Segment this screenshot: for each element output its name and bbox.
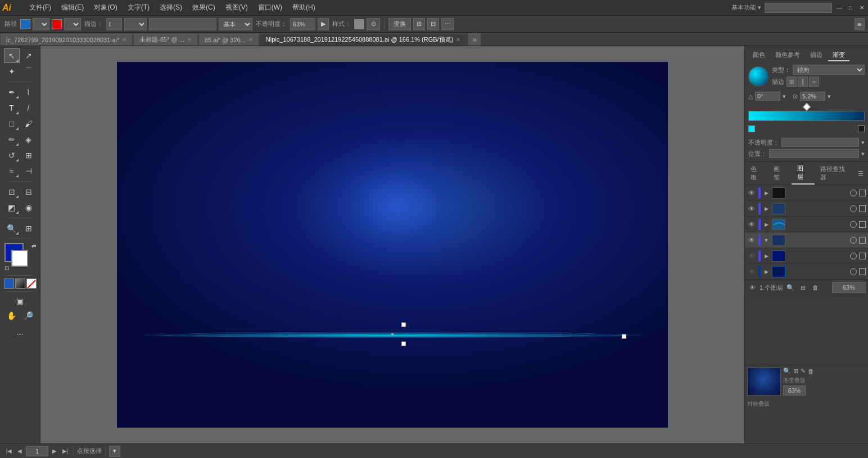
handle-bottom[interactable] [401, 342, 406, 346]
layer-5-square[interactable] [859, 253, 866, 259]
menu-text[interactable]: 文字(T) [123, 2, 154, 14]
layer-4-square[interactable] [859, 237, 866, 244]
artboard-tool[interactable]: ▣ [4, 295, 36, 307]
rectangle-tool[interactable]: □ [4, 116, 20, 131]
gradient-mode-btn[interactable] [15, 279, 25, 289]
select-tool[interactable]: ↖ [4, 48, 20, 63]
layer-4-visibility[interactable]: 👁 [747, 236, 756, 245]
maximize-button[interactable]: □ [847, 4, 855, 12]
layer-2-square[interactable] [859, 205, 866, 212]
rotate-tool[interactable]: ↺ [4, 148, 20, 163]
gradient-bar[interactable] [748, 111, 865, 121]
layer-5-circle[interactable] [850, 253, 857, 259]
lasso-tool[interactable]: ⌒ [21, 64, 37, 79]
search-layers-btn[interactable]: 🔍 [785, 282, 795, 293]
transform-options-button[interactable]: 变换 [388, 18, 411, 30]
layer-row-4[interactable]: 👁 ▼ [745, 232, 868, 248]
layer-3-square[interactable] [859, 221, 866, 228]
layer-4-expand[interactable]: ▼ [763, 237, 770, 244]
search-input[interactable] [765, 3, 832, 13]
stroke-unit-select[interactable] [124, 18, 147, 30]
gradient-tool[interactable]: ◩ [4, 200, 20, 215]
stroke-fill-icon[interactable]: ▥ [786, 77, 797, 87]
angle-dropdown[interactable]: ▾ [783, 93, 786, 100]
stroke-along-icon[interactable]: ║ [798, 77, 808, 87]
handle-right[interactable] [622, 334, 626, 339]
layer-row-2[interactable]: 👁 ▶ [745, 201, 868, 217]
stroke-color-box[interactable] [11, 250, 28, 267]
eraser-tool[interactable]: ◈ [21, 132, 37, 147]
none-mode-btn[interactable] [26, 279, 37, 289]
align-button[interactable]: ⊞ [413, 18, 425, 30]
menu-edit[interactable]: 编辑(E) [57, 2, 88, 14]
paintbrush-tool[interactable]: 🖌 [21, 116, 37, 131]
layer-2-visibility[interactable]: 👁 [747, 204, 756, 213]
close-button[interactable]: ✕ [858, 4, 866, 12]
layer-visibility-toggle[interactable]: 👁 [747, 282, 757, 293]
stroke-width-input[interactable] [106, 18, 122, 30]
page-number-input[interactable] [26, 446, 48, 456]
layer-3-expand[interactable]: ▶ [763, 221, 770, 228]
layer-3-circle[interactable] [850, 221, 857, 228]
layer-2-expand[interactable]: ▶ [763, 205, 770, 212]
magic-wand-tool[interactable]: ✦ [4, 64, 20, 79]
tab-layers[interactable]: 图层 [792, 162, 815, 185]
tab-3[interactable]: 85.ai* @ 326... ✕ [198, 33, 259, 46]
swap-colors-button[interactable]: ⇄ [31, 243, 36, 249]
curvature-tool[interactable]: ⌇ [21, 85, 37, 100]
tab-3-close[interactable]: ✕ [248, 37, 253, 43]
tab-4-close[interactable]: ✕ [456, 37, 460, 43]
panel-toggle-button[interactable]: ≡ [855, 18, 865, 30]
stroke-color-swatch[interactable] [52, 19, 62, 29]
menu-window[interactable]: 窗口(W) [254, 2, 287, 14]
layer-6-expand[interactable]: ▶ [763, 268, 770, 275]
tab-1[interactable]: ic_7262799_20190920103330028031.ai* ✕ [0, 33, 133, 46]
opacity-dropdown-gp[interactable]: ▾ [861, 139, 865, 146]
menu-effect[interactable]: 效果(C) [188, 2, 220, 14]
tab-stroke[interactable]: 描边 [806, 50, 827, 61]
layer-5-expand[interactable]: ▶ [763, 253, 770, 259]
stop-left[interactable] [748, 125, 755, 132]
minimize-button[interactable]: — [835, 4, 843, 12]
tab-2-close[interactable]: ✕ [187, 37, 192, 43]
fill-select[interactable] [33, 18, 49, 30]
stroke-across-icon[interactable]: ═ [809, 77, 819, 87]
fill-color-swatch[interactable] [20, 19, 30, 29]
menu-view[interactable]: 视图(V) [221, 2, 252, 14]
tab-4[interactable]: Nipic_10673188_20191219225450888081.ai @… [260, 33, 467, 46]
gradient-stop-marker[interactable] [802, 103, 810, 111]
layer-6-circle[interactable] [850, 268, 857, 275]
last-page-btn[interactable]: ▶| [61, 447, 70, 456]
handle-top[interactable] [401, 322, 406, 327]
mesh-tool[interactable]: ⊟ [21, 185, 37, 199]
canvas-area[interactable] [40, 46, 744, 443]
ratio-dropdown[interactable]: ▾ [828, 93, 831, 100]
stroke-select[interactable] [64, 18, 81, 30]
warp-tool[interactable]: ≈ [4, 164, 20, 178]
layer-2-circle[interactable] [850, 205, 857, 212]
menu-select[interactable]: 选择(S) [155, 2, 187, 14]
stroke-profile-select[interactable]: 基本 [219, 18, 252, 30]
layer-6-visibility[interactable]: 👁 [747, 267, 756, 276]
tab-color-ref[interactable]: 颜色参考 [771, 50, 804, 61]
position-slider[interactable] [769, 149, 859, 158]
menu-help[interactable]: 帮助(H) [288, 2, 320, 14]
position-dropdown-gp[interactable]: ▾ [861, 150, 865, 158]
edit-toolbar-button[interactable]: ··· [4, 326, 36, 341]
opacity-slider[interactable] [781, 138, 859, 147]
first-page-btn[interactable]: |◀ [4, 447, 13, 456]
tab-swatches[interactable]: 色板 [745, 163, 768, 184]
tab-brushes[interactable]: 画笔 [768, 163, 791, 184]
tab-2[interactable]: 未标题-85* @ ... ✕ [133, 33, 198, 46]
reset-colors-button[interactable]: ⊡ [4, 265, 9, 271]
layers-delete-btn[interactable]: 🗑 [810, 282, 820, 293]
perspective-grid-tool[interactable]: ⊡ [4, 185, 20, 199]
type-tool[interactable]: T [4, 101, 20, 115]
tab-color[interactable]: 颜色 [748, 50, 770, 61]
layer-1-expand[interactable]: ▶ [763, 190, 770, 196]
layer-row-1[interactable]: 👁 ▶ [745, 185, 868, 201]
layer-4-circle[interactable] [850, 237, 857, 244]
line-tool[interactable]: / [21, 101, 37, 115]
layer-row-6[interactable]: 👁 ▶ [745, 264, 868, 280]
menu-object[interactable]: 对象(O) [89, 2, 121, 14]
